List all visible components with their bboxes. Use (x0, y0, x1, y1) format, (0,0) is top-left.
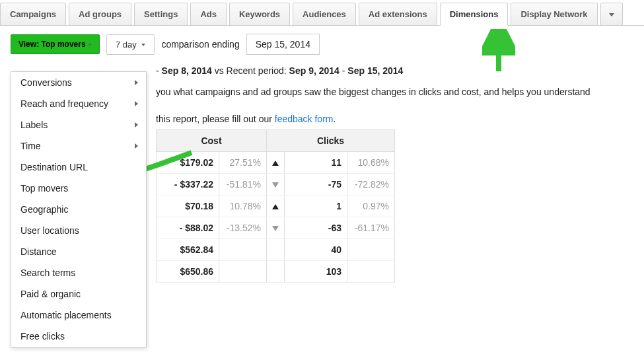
clicks-pct: -72.82% (347, 174, 395, 196)
chevron-right-icon (135, 143, 138, 149)
cost-pct (219, 239, 267, 261)
clicks-value: 103 (285, 261, 347, 283)
clicks-direction (267, 261, 285, 283)
menu-item[interactable]: Destination URL (11, 157, 146, 178)
report-description: you what campaigns and ad groups saw the… (156, 85, 633, 99)
clicks-value: 40 (285, 239, 347, 261)
tab-dimensions[interactable]: Dimensions (440, 3, 509, 26)
cost-value: $650.86 (157, 261, 219, 283)
cost-value: - $88.02 (157, 217, 219, 239)
chevron-down-icon (88, 44, 92, 46)
clicks-direction (267, 174, 285, 196)
tab-more-dropdown[interactable] (600, 3, 623, 25)
menu-item[interactable]: Paid & organic (11, 283, 146, 305)
cost-value: $179.02 (157, 152, 219, 174)
clicks-pct: 0.97% (347, 196, 395, 217)
menu-item-label: Time (20, 141, 41, 151)
cost-pct (219, 261, 267, 283)
tab-ad-groups[interactable]: Ad groups (69, 3, 131, 25)
col-header-clicks: Clicks (267, 130, 395, 152)
comparison-end-date[interactable]: Sep 15, 2014 (246, 34, 320, 55)
clicks-direction (267, 196, 285, 217)
clicks-pct (347, 239, 395, 261)
clicks-direction (267, 217, 285, 239)
toolbar: View: Top movers 7 day comparison ending… (0, 26, 644, 61)
menu-item[interactable]: Automatic placements (11, 305, 146, 326)
clicks-value: -75 (285, 174, 347, 196)
view-dropdown-button[interactable]: View: Top movers (11, 34, 100, 54)
menu-item-label: Conversions (20, 77, 72, 88)
tab-ad-extensions[interactable]: Ad extensions (359, 3, 437, 25)
tab-settings[interactable]: Settings (134, 3, 188, 25)
tab-campaigns[interactable]: Campaigns (0, 3, 66, 25)
menu-item[interactable]: Search terms (11, 262, 146, 283)
period-sep: - (340, 65, 347, 76)
view-label: View: Top movers (18, 40, 86, 49)
table-row: $179.0227.51%1110.68% (157, 152, 395, 174)
tab-display-network[interactable]: Display Network (511, 3, 597, 25)
chevron-right-icon (135, 101, 138, 106)
period-mid: vs Recent period: (212, 65, 289, 76)
clicks-value: 11 (285, 152, 347, 174)
chevron-right-icon (135, 80, 138, 85)
date-range-dropdown[interactable]: 7 day (106, 34, 155, 55)
recent-period-end: Sep 15, 2014 (347, 65, 403, 76)
cost-value: $70.18 (157, 196, 219, 217)
cost-pct: 27.51% (219, 152, 267, 174)
cost-value: $562.84 (157, 239, 219, 261)
menu-item-label: Labels (20, 120, 48, 130)
tab-audiences[interactable]: Audiences (293, 3, 356, 25)
chevron-down-icon (609, 13, 614, 17)
prev-period-end: Sep 8, 2014 (162, 65, 212, 76)
menu-item[interactable]: Top movers (11, 178, 146, 199)
tab-keywords[interactable]: Keywords (229, 3, 290, 25)
cost-pct: 10.78% (219, 196, 267, 217)
menu-item-label: User locations (20, 225, 79, 236)
menu-item-label: Paid & organic (20, 289, 81, 299)
feedback-suffix: . (333, 114, 336, 124)
cost-pct: -51.81% (219, 174, 267, 196)
arrow-up-icon (272, 161, 279, 166)
arrow-down-icon (272, 226, 279, 231)
menu-item-label: Destination URL (20, 162, 88, 172)
menu-item[interactable]: Geographic (11, 199, 146, 220)
feedback-line: this report, please fill out our feedbac… (156, 114, 633, 124)
menu-item-label: Distance (20, 246, 56, 257)
range-label: 7 day (116, 40, 137, 50)
menu-item-label: Reach and frequency (20, 98, 108, 109)
arrow-up-icon (272, 204, 279, 209)
clicks-value: -63 (285, 217, 347, 239)
top-movers-table: Cost Clicks $179.0227.51%1110.68%- $337.… (156, 129, 395, 283)
menu-item-label: Automatic placements (20, 310, 112, 320)
menu-item[interactable]: Labels (11, 114, 146, 135)
period-summary: - Sep 8, 2014 vs Recent period: Sep 9, 2… (156, 65, 633, 76)
menu-item[interactable]: Free clicks (11, 326, 146, 347)
menu-item[interactable]: User locations (11, 220, 146, 241)
menu-item[interactable]: Time (11, 135, 146, 157)
feedback-link[interactable]: feedback form (275, 114, 334, 124)
feedback-prefix: this report, please fill out our (156, 114, 275, 124)
chevron-right-icon (135, 122, 138, 127)
table-row: - $88.02-13.52%-63-61.17% (157, 217, 395, 239)
clicks-value: 1 (285, 196, 347, 217)
menu-item[interactable]: Distance (11, 241, 146, 262)
cost-value: - $337.22 (157, 174, 219, 196)
clicks-direction (267, 239, 285, 261)
arrow-down-icon (272, 182, 279, 188)
menu-item-label: Geographic (20, 204, 68, 215)
menu-item-label: Free clicks (20, 331, 65, 342)
clicks-pct: -61.17% (347, 217, 395, 239)
chevron-down-icon (141, 44, 145, 46)
clicks-pct (347, 261, 395, 283)
view-dropdown-menu: ConversionsReach and frequencyLabelsTime… (11, 71, 147, 347)
cost-pct: -13.52% (219, 217, 267, 239)
menu-item[interactable]: Reach and frequency (11, 93, 146, 114)
comparison-label: comparison ending (161, 39, 239, 50)
tab-bar: Campaigns Ad groups Settings Ads Keyword… (0, 0, 644, 26)
menu-item[interactable]: Conversions (11, 72, 146, 93)
table-row: $650.86103 (157, 261, 395, 283)
menu-item-label: Search terms (20, 268, 75, 278)
table-row: - $337.22-51.81%-75-72.82% (157, 174, 395, 196)
clicks-direction (267, 152, 285, 174)
tab-ads[interactable]: Ads (190, 3, 227, 25)
